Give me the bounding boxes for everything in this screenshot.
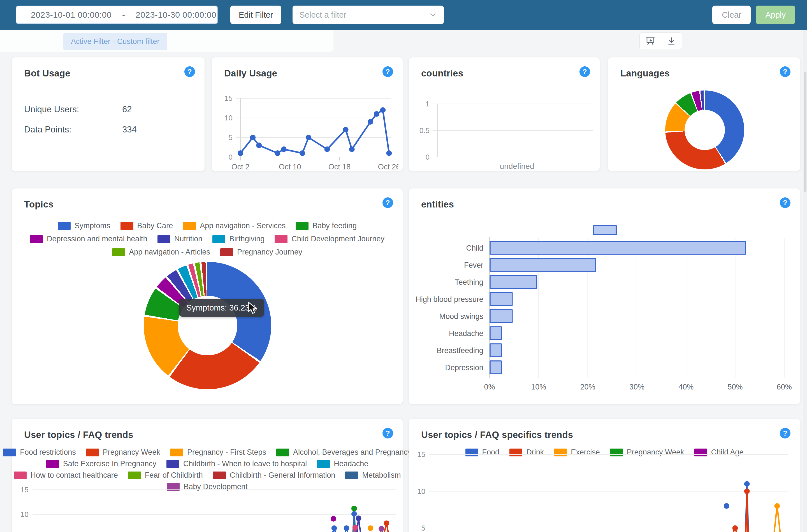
topics-donut-chart[interactable]: [144, 262, 271, 389]
help-icon[interactable]: ?: [184, 66, 195, 77]
legend-item: Safe Exercise In Pregnancy: [46, 459, 157, 468]
help-icon[interactable]: ?: [780, 197, 790, 208]
entity-bar[interactable]: [490, 310, 512, 323]
bar-label: Fever: [464, 261, 483, 269]
data-point[interactable]: [384, 520, 389, 526]
data-point[interactable]: [299, 150, 305, 156]
entity-bar[interactable]: [490, 327, 501, 340]
data-point[interactable]: [724, 503, 729, 509]
data-point[interactable]: [352, 525, 358, 531]
date-range-input[interactable]: 2023-10-01 00:00:00 - 2023-10-30 00:00:0…: [16, 6, 218, 24]
data-point[interactable]: [331, 525, 337, 531]
data-point[interactable]: [351, 506, 357, 511]
legend-swatch-icon: [183, 222, 196, 230]
help-icon[interactable]: ?: [383, 428, 393, 438]
presentation-mode-button[interactable]: [640, 33, 661, 50]
data-point[interactable]: [379, 526, 384, 531]
daily-usage-chart[interactable]: 051015Oct 2Oct 10Oct 18Oct 26: [216, 84, 399, 170]
legend-swatch-icon: [128, 472, 141, 479]
entity-bar[interactable]: [490, 276, 537, 288]
data-point[interactable]: [368, 119, 373, 125]
active-filter-badge: Active Filter - Custom filter: [63, 33, 167, 50]
legend-item: Food restrictions: [3, 448, 76, 457]
apply-button[interactable]: Apply: [756, 6, 795, 24]
bar-label: Depression: [445, 363, 483, 372]
scrollbar[interactable]: [803, 30, 807, 532]
data-point[interactable]: [349, 147, 355, 152]
bot-usage-card: Bot Usage ? Unique Users: 62 Data Points…: [12, 57, 205, 171]
help-icon[interactable]: ?: [780, 428, 790, 438]
data-point[interactable]: [744, 489, 750, 494]
entity-bar[interactable]: [490, 292, 512, 305]
legend-swatch-icon: [46, 460, 59, 468]
legend-item: Pregnancy Journey: [220, 248, 302, 256]
legend-label: Birthgiving: [229, 235, 264, 243]
languages-donut-chart[interactable]: [665, 91, 744, 169]
data-point[interactable]: [732, 525, 738, 531]
download-button[interactable]: [661, 33, 682, 50]
entity-bar[interactable]: [490, 259, 596, 271]
entity-bar[interactable]: [490, 361, 501, 374]
help-icon[interactable]: ?: [383, 197, 393, 208]
data-point[interactable]: [324, 147, 330, 152]
data-point[interactable]: [386, 150, 392, 156]
data-point[interactable]: [355, 515, 361, 521]
legend-swatch-icon: [296, 222, 309, 230]
metric-row: Data Points: 334: [24, 125, 192, 135]
data-point[interactable]: [306, 135, 311, 140]
svg-text:0%: 0%: [484, 383, 495, 391]
filter-select[interactable]: Select a filter: [293, 6, 444, 24]
countries-chart[interactable]: 10.50undefined: [413, 84, 595, 170]
data-point[interactable]: [774, 503, 780, 509]
data-point[interactable]: [275, 150, 280, 156]
help-icon[interactable]: ?: [580, 66, 590, 77]
legend-swatch-icon: [86, 449, 99, 456]
legend-swatch-icon: [112, 248, 125, 256]
date-end-value[interactable]: 2023-10-30 00:00:00: [135, 10, 216, 20]
date-range-separator: -: [122, 10, 125, 20]
legend-item: Fear of Childbirth: [128, 471, 203, 480]
languages-card: Languages ?: [608, 57, 800, 171]
svg-text:15: 15: [20, 486, 29, 494]
entity-bar[interactable]: [490, 344, 501, 357]
metric-value: 334: [122, 125, 137, 135]
data-point[interactable]: [380, 107, 386, 113]
legend-item: App navigation - Articles: [112, 248, 210, 256]
legend-swatch-icon: [345, 472, 358, 479]
data-point[interactable]: [281, 147, 287, 152]
legend-item: Alcohol, Beverages and Pregnancy: [276, 448, 411, 457]
entities-bar-chart[interactable]: 0%10%20%30%40%50%60%ChildFeverTeethingHi…: [409, 233, 800, 401]
legend-swatch-icon: [276, 449, 289, 456]
data-point[interactable]: [344, 525, 349, 531]
data-point[interactable]: [343, 127, 349, 132]
data-point[interactable]: [250, 135, 256, 140]
legend-item: App navigation - Services: [183, 222, 286, 230]
edit-filter-button[interactable]: Edit Filter: [230, 6, 281, 24]
svg-text:0.5: 0.5: [420, 126, 429, 135]
data-point[interactable]: [238, 150, 243, 156]
help-icon[interactable]: ?: [383, 66, 393, 77]
chevron-down-icon: [429, 11, 437, 19]
svg-text:15: 15: [417, 450, 425, 459]
data-point[interactable]: [351, 511, 357, 517]
entity-bar[interactable]: [490, 241, 746, 254]
legend-label: Child Development Journey: [291, 235, 384, 243]
legend-swatch-icon: [213, 472, 226, 479]
clear-button[interactable]: Clear: [712, 6, 751, 24]
data-point[interactable]: [256, 142, 262, 148]
faq-trends-chart[interactable]: 1510: [12, 486, 403, 532]
legend-item: Headache: [317, 459, 368, 468]
data-point[interactable]: [744, 481, 750, 487]
data-point[interactable]: [368, 525, 373, 531]
data-point[interactable]: [374, 111, 380, 117]
card-title: Topics: [24, 199, 54, 210]
legend-label: Food restrictions: [20, 448, 76, 457]
metric-label: Data Points:: [24, 125, 71, 134]
date-start-value[interactable]: 2023-10-01 00:00:00: [31, 10, 111, 20]
legend-swatch-icon: [3, 449, 16, 456]
data-point[interactable]: [331, 516, 336, 521]
legend-item: Baby feeding: [296, 222, 357, 230]
help-icon[interactable]: ?: [780, 66, 790, 77]
scrollbar-thumb[interactable]: [804, 72, 806, 192]
faq-specifics-chart[interactable]: 15105: [409, 450, 800, 532]
